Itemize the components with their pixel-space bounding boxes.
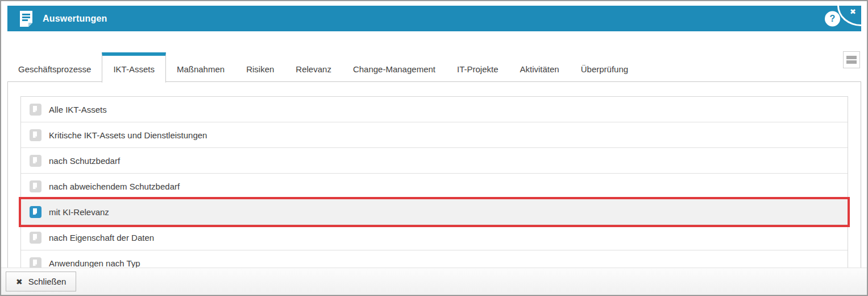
question-mark-icon: ? <box>830 14 836 24</box>
report-icon <box>19 11 33 27</box>
tab-label: Aktivitäten <box>520 64 559 74</box>
report-list-item-label: Alle IKT-Assets <box>49 105 107 114</box>
list-view-icon <box>846 60 857 64</box>
report-list-item-label: nach Schutzbedarf <box>49 156 120 166</box>
close-button-label: Schließen <box>28 277 67 286</box>
dialog-header: Auswertungen ? ✖ <box>7 6 861 31</box>
document-icon <box>30 155 41 167</box>
report-list-item[interactable]: Kritische IKT-Assets und Dienstleistunge… <box>21 122 848 148</box>
tab-label: IKT-Assets <box>113 64 155 74</box>
report-list-item[interactable]: nach abweichendem Schutzbedarf <box>21 174 848 199</box>
document-icon <box>30 129 41 141</box>
report-list-item-label: Kritische IKT-Assets und Dienstleistunge… <box>49 130 207 140</box>
tab-label: Geschäftsprozesse <box>18 64 91 74</box>
tab-ikt-assets[interactable]: IKT-Assets <box>102 52 166 83</box>
dialog-close-button[interactable]: ✖ <box>837 6 861 26</box>
auswertungen-dialog: Auswertungen ? ✖ Geschäftsprozesse IKT-A… <box>0 0 868 296</box>
report-list-item-label: nach Eigenschaft der Daten <box>49 233 154 242</box>
tab-aktivit-ten[interactable]: Aktivitäten <box>509 52 570 82</box>
report-list-item[interactable]: nach Schutzbedarf <box>21 148 848 174</box>
report-list-item-label: nach abweichendem Schutzbedarf <box>49 182 180 191</box>
document-icon <box>30 232 41 244</box>
tab-label: IT-Projekte <box>457 64 499 74</box>
close-dialog-button[interactable]: ✖ Schließen <box>6 272 76 291</box>
tab-bar: Geschäftsprozesse IKT-Assets Maßnahmen R… <box>7 52 861 82</box>
tab-label: Maßnahmen <box>177 64 225 74</box>
tab--berpr-fung[interactable]: Überprüfung <box>570 52 639 82</box>
close-icon: ✖ <box>16 277 23 286</box>
tab-ma-nahmen[interactable]: Maßnahmen <box>166 52 235 82</box>
tab-risiken[interactable]: Risiken <box>235 52 285 82</box>
document-icon <box>30 180 41 192</box>
tab-label: Relevanz <box>296 64 331 74</box>
list-view-icon <box>846 56 857 59</box>
report-list-item[interactable]: Alle IKT-Assets <box>21 97 848 122</box>
dialog-title: Auswertungen <box>43 14 107 24</box>
document-icon <box>30 206 41 218</box>
report-list-item-label: Anwendungen nach Typ <box>49 258 140 268</box>
report-list-item[interactable]: nach Eigenschaft der Daten <box>21 225 848 250</box>
tab-it-projekte[interactable]: IT-Projekte <box>446 52 509 82</box>
tab-relevanz[interactable]: Relevanz <box>285 52 342 82</box>
help-button[interactable]: ? <box>825 11 840 26</box>
document-icon <box>30 104 41 116</box>
tab-label: Change-Management <box>353 64 435 74</box>
close-icon: ✖ <box>850 7 856 16</box>
dialog-footer: ✖ Schließen <box>1 268 867 295</box>
tab-gesch-ftsprozesse[interactable]: Geschäftsprozesse <box>7 52 102 82</box>
tab-label: Überprüfung <box>581 64 628 74</box>
report-list-item-label: mit KI-Relevanz <box>49 207 109 217</box>
tab-label: Risiken <box>246 64 274 74</box>
list-view-toggle-button[interactable] <box>843 51 860 68</box>
tab-change-management[interactable]: Change-Management <box>342 52 446 82</box>
report-list-item[interactable]: mit KI-Relevanz <box>21 199 848 225</box>
report-list: Alle IKT-Assets Kritische IKT-Assets und… <box>20 96 848 277</box>
tab-content-panel: Alle IKT-Assets Kritische IKT-Assets und… <box>7 81 861 295</box>
